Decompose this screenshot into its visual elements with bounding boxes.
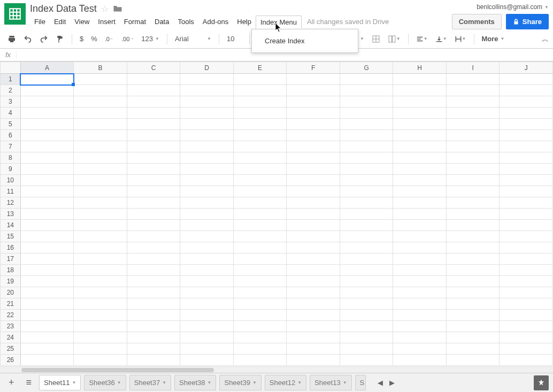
explore-button[interactable] — [534, 375, 549, 390]
cell-E21[interactable] — [233, 298, 287, 310]
print-button[interactable] — [4, 33, 19, 45]
cell-C23[interactable] — [127, 321, 180, 332]
cell-F24[interactable] — [287, 332, 340, 343]
menu-insert[interactable]: Insert — [94, 16, 120, 28]
cell-H6[interactable] — [393, 130, 447, 141]
menu-file[interactable]: File — [30, 16, 50, 28]
font-family-dropdown[interactable]: Arial▼ — [172, 34, 214, 44]
cell-C5[interactable] — [127, 119, 180, 130]
cell-E26[interactable] — [233, 355, 287, 366]
cell-D14[interactable] — [180, 220, 234, 231]
cell-B6[interactable] — [74, 130, 127, 141]
cell-C11[interactable] — [127, 186, 180, 197]
cell-B26[interactable] — [74, 355, 127, 366]
cell-G16[interactable] — [340, 242, 393, 253]
cell-I5[interactable] — [446, 119, 499, 130]
sheet-tab-caret-icon[interactable]: ▼ — [208, 380, 212, 385]
row-header-24[interactable]: 24 — [1, 332, 21, 343]
cell-I24[interactable] — [446, 332, 499, 343]
cell-H4[interactable] — [393, 107, 447, 119]
cell-C14[interactable] — [127, 220, 180, 231]
cell-B25[interactable] — [74, 343, 127, 355]
cell-B24[interactable] — [74, 332, 127, 343]
cell-H12[interactable] — [393, 197, 447, 209]
cell-H25[interactable] — [393, 343, 447, 355]
account-email[interactable]: benlcollins@gmail.com — [477, 3, 542, 11]
cell-J22[interactable] — [500, 310, 553, 321]
cell-G12[interactable] — [340, 197, 393, 209]
cell-F19[interactable] — [287, 276, 340, 287]
sheet-tab-caret-icon[interactable]: ▼ — [162, 380, 166, 385]
cell-H18[interactable] — [393, 265, 447, 276]
sheet-tab-sheet11[interactable]: Sheet11▼ — [39, 375, 81, 390]
cell-E13[interactable] — [233, 209, 287, 220]
cell-J12[interactable] — [500, 197, 553, 209]
cell-D11[interactable] — [180, 186, 234, 197]
cell-C17[interactable] — [127, 253, 180, 265]
cell-G19[interactable] — [340, 276, 393, 287]
cell-A12[interactable] — [20, 197, 74, 209]
cell-B21[interactable] — [74, 298, 127, 310]
select-all-corner[interactable] — [1, 62, 21, 74]
cell-I3[interactable] — [446, 96, 499, 107]
cell-J15[interactable] — [500, 231, 553, 242]
menu-edit[interactable]: Edit — [50, 16, 70, 28]
cell-I20[interactable] — [446, 287, 499, 298]
cell-I10[interactable] — [446, 175, 499, 186]
comments-button[interactable]: Comments — [452, 14, 502, 29]
cell-J20[interactable] — [500, 287, 553, 298]
cell-I9[interactable] — [446, 164, 499, 175]
cell-J21[interactable] — [500, 298, 553, 310]
cell-B8[interactable] — [74, 152, 127, 164]
cell-F5[interactable] — [287, 119, 340, 130]
column-header-C[interactable]: C — [127, 62, 180, 74]
cell-E20[interactable] — [233, 287, 287, 298]
cell-J17[interactable] — [500, 253, 553, 265]
cell-C22[interactable] — [127, 310, 180, 321]
cell-F22[interactable] — [287, 310, 340, 321]
cell-A24[interactable] — [20, 332, 74, 343]
cell-E18[interactable] — [233, 265, 287, 276]
cell-I26[interactable] — [446, 355, 499, 366]
cell-D8[interactable] — [180, 152, 234, 164]
cell-I11[interactable] — [446, 186, 499, 197]
cell-B4[interactable] — [74, 107, 127, 119]
cell-I17[interactable] — [446, 253, 499, 265]
cell-D4[interactable] — [180, 107, 234, 119]
horizontal-scrollbar[interactable] — [0, 366, 553, 373]
cell-G10[interactable] — [340, 175, 393, 186]
cell-G7[interactable] — [340, 141, 393, 152]
cell-A25[interactable] — [20, 343, 74, 355]
undo-button[interactable] — [20, 33, 35, 45]
cell-D17[interactable] — [180, 253, 234, 265]
cell-F25[interactable] — [287, 343, 340, 355]
column-header-J[interactable]: J — [500, 62, 553, 74]
cell-A7[interactable] — [20, 141, 74, 152]
row-header-3[interactable]: 3 — [1, 96, 21, 107]
row-header-7[interactable]: 7 — [1, 141, 21, 152]
sheet-tab-sheet36[interactable]: Sheet36▼ — [84, 375, 126, 390]
column-header-G[interactable]: G — [340, 62, 393, 74]
cell-J24[interactable] — [500, 332, 553, 343]
cell-F9[interactable] — [287, 164, 340, 175]
sheet-tab-sheet39[interactable]: Sheet39▼ — [219, 375, 261, 390]
cell-C19[interactable] — [127, 276, 180, 287]
cell-C7[interactable] — [127, 141, 180, 152]
cell-I14[interactable] — [446, 220, 499, 231]
cell-F18[interactable] — [287, 265, 340, 276]
cell-D10[interactable] — [180, 175, 234, 186]
row-header-5[interactable]: 5 — [1, 119, 21, 130]
cell-E19[interactable] — [233, 276, 287, 287]
cell-J18[interactable] — [500, 265, 553, 276]
cell-H3[interactable] — [393, 96, 447, 107]
column-header-B[interactable]: B — [74, 62, 127, 74]
cell-B1[interactable] — [74, 74, 127, 85]
cell-E2[interactable] — [233, 85, 287, 96]
cell-A19[interactable] — [20, 276, 74, 287]
cell-E15[interactable] — [233, 231, 287, 242]
cell-E1[interactable] — [233, 74, 287, 85]
cell-G13[interactable] — [340, 209, 393, 220]
cell-F4[interactable] — [287, 107, 340, 119]
row-header-25[interactable]: 25 — [1, 343, 21, 355]
cell-D18[interactable] — [180, 265, 234, 276]
